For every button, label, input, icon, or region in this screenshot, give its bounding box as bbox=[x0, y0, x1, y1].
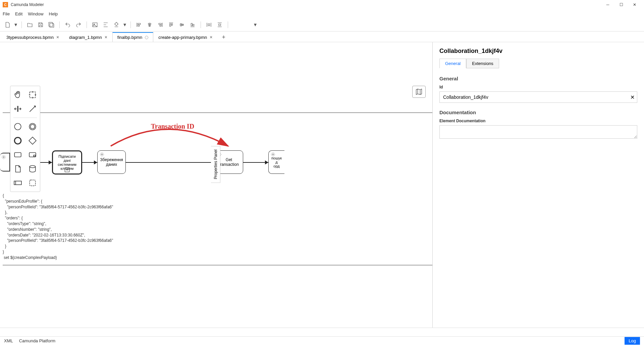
participant-tool[interactable] bbox=[11, 176, 24, 190]
new-file-button[interactable] bbox=[3, 20, 12, 29]
minimize-button[interactable]: ─ bbox=[601, 0, 614, 9]
color-dropdown[interactable]: ▾ bbox=[122, 20, 127, 29]
image-button[interactable] bbox=[90, 20, 100, 29]
open-button[interactable] bbox=[25, 20, 35, 29]
redo-button[interactable] bbox=[74, 20, 83, 29]
subprocess-marker-icon: + bbox=[65, 167, 69, 172]
id-input[interactable] bbox=[440, 92, 628, 102]
new-dropdown[interactable]: ▾ bbox=[13, 20, 18, 29]
data-object-tool[interactable] bbox=[11, 162, 24, 176]
documentation-textarea[interactable] bbox=[439, 125, 637, 139]
id-label: Id bbox=[439, 85, 637, 89]
undo-button[interactable] bbox=[63, 20, 72, 29]
tab-bar: 3typessubprocess.bpmn × diagram_1.bpmn ×… bbox=[0, 31, 644, 42]
tab-create-app-primary[interactable]: create-app-primary.bpmn × bbox=[153, 32, 217, 42]
json-snippet-text: { "personEduProfile": { "personProfileId… bbox=[3, 193, 113, 261]
align-right-button[interactable] bbox=[156, 20, 165, 29]
properties-title: Collaboration_1dkjf4v bbox=[439, 48, 637, 55]
svg-rect-11 bbox=[14, 181, 21, 185]
task-label: пошук д орд bbox=[271, 156, 282, 168]
clear-id-button[interactable]: ✕ bbox=[628, 94, 637, 100]
align-center-button[interactable] bbox=[145, 20, 154, 29]
group-tool[interactable] bbox=[26, 176, 39, 190]
save-button[interactable] bbox=[36, 20, 45, 29]
align-bottom-button[interactable] bbox=[188, 20, 197, 29]
close-icon[interactable]: × bbox=[105, 34, 107, 40]
tab-3typessubprocess[interactable]: 3typessubprocess.bpmn × bbox=[1, 32, 64, 42]
toolbar: ▾ ▾ ▾ bbox=[0, 18, 644, 31]
intermediate-event-tool[interactable] bbox=[26, 120, 39, 133]
menu-help[interactable]: Help bbox=[49, 11, 58, 16]
color-button[interactable] bbox=[112, 20, 121, 29]
save-all-button[interactable] bbox=[47, 20, 56, 29]
menu-window[interactable]: Window bbox=[28, 11, 43, 16]
app-icon: C bbox=[3, 2, 8, 7]
close-icon[interactable]: × bbox=[210, 34, 212, 40]
task-search-order[interactable]: пошук д орд bbox=[268, 150, 284, 174]
arrow-icon bbox=[94, 160, 97, 164]
svg-rect-9 bbox=[34, 155, 35, 156]
close-icon[interactable]: × bbox=[56, 34, 59, 40]
align-top-button[interactable] bbox=[166, 20, 176, 29]
properties-panel: Collaboration_1dkjf4v General Extensions… bbox=[433, 42, 644, 328]
sequence-flow[interactable] bbox=[126, 162, 215, 163]
properties-tab-general[interactable]: General bbox=[439, 59, 466, 68]
distribute-v-button[interactable] bbox=[215, 20, 224, 29]
arrow-icon bbox=[49, 160, 52, 164]
gear-icon bbox=[271, 152, 275, 157]
align-middle-button[interactable] bbox=[177, 20, 186, 29]
task-save-data[interactable]: Збереження даних bbox=[97, 150, 126, 174]
title-bar: C Camunda Modeler ─ ☐ ✕ bbox=[0, 0, 644, 9]
run-button[interactable] bbox=[242, 20, 252, 29]
data-store-tool[interactable] bbox=[26, 162, 39, 176]
status-log-button[interactable]: Log bbox=[625, 337, 640, 345]
maximize-button[interactable]: ☐ bbox=[614, 0, 628, 9]
tab-diagram1[interactable]: diagram_1.bpmn × bbox=[64, 32, 112, 42]
section-general: General bbox=[439, 76, 637, 81]
svg-rect-8 bbox=[29, 153, 36, 157]
end-event-tool[interactable] bbox=[11, 134, 24, 147]
task-label: Збереження даних bbox=[100, 157, 123, 167]
start-event-tool[interactable] bbox=[11, 120, 24, 133]
svg-point-3 bbox=[14, 123, 21, 130]
status-bar: XML Camunda Platform Log bbox=[0, 336, 644, 345]
hand-tool[interactable] bbox=[11, 88, 24, 101]
space-tool[interactable] bbox=[11, 102, 24, 116]
svg-point-13 bbox=[3, 156, 4, 158]
task-partial-left[interactable] bbox=[0, 153, 10, 171]
task-tool[interactable] bbox=[11, 148, 24, 161]
menu-bar: File Edit Window Help bbox=[0, 9, 644, 18]
status-xml[interactable]: XML bbox=[4, 338, 13, 343]
lasso-tool[interactable] bbox=[26, 88, 39, 101]
deploy-button[interactable] bbox=[231, 20, 241, 29]
annotation-label: Transaction ID bbox=[151, 123, 194, 130]
doc-label: Element Documentation bbox=[439, 119, 637, 123]
pool-lane-border bbox=[3, 113, 432, 113]
subprocess-tool[interactable] bbox=[26, 148, 39, 161]
dirty-indicator-icon bbox=[145, 36, 148, 39]
close-button[interactable]: ✕ bbox=[628, 0, 641, 9]
task-sign-data[interactable]: Підписати дані системним ключем + bbox=[52, 150, 82, 175]
svg-point-10 bbox=[30, 165, 35, 168]
menu-edit[interactable]: Edit bbox=[15, 11, 22, 16]
gear-icon bbox=[100, 152, 104, 157]
sequence-flow[interactable] bbox=[243, 162, 268, 163]
status-platform[interactable]: Camunda Platform bbox=[19, 338, 55, 343]
minimap-toggle[interactable] bbox=[412, 86, 426, 98]
align-left-button[interactable] bbox=[134, 20, 144, 29]
run-dropdown[interactable]: ▾ bbox=[253, 20, 258, 29]
global-connect-tool[interactable] bbox=[26, 102, 39, 116]
svg-point-6 bbox=[14, 137, 21, 144]
new-tab-button[interactable]: + bbox=[217, 33, 230, 41]
tab-label: create-app-primary.bpmn bbox=[158, 35, 207, 40]
menu-file[interactable]: File bbox=[3, 11, 10, 16]
tab-finalbp[interactable]: finalbp.bpmn bbox=[112, 32, 153, 42]
svg-rect-7 bbox=[14, 153, 21, 157]
tab-label: finalbp.bpmn bbox=[117, 35, 142, 40]
distribute-h-button[interactable] bbox=[204, 20, 214, 29]
diagram-canvas[interactable]: Підписати дані системним ключем + Збереж… bbox=[0, 42, 433, 328]
properties-tab-extensions[interactable]: Extensions bbox=[466, 59, 499, 68]
properties-panel-toggle[interactable]: Properties Panel bbox=[211, 146, 220, 183]
gateway-tool[interactable] bbox=[26, 134, 39, 147]
format-button[interactable] bbox=[101, 20, 110, 29]
